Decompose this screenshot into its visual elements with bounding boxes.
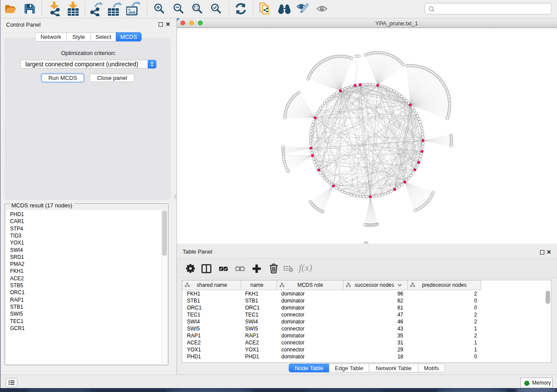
svg-text:MCDS role: MCDS role: [298, 282, 323, 288]
svg-text:name: name: [250, 282, 263, 288]
svg-text:predecessor nodes: predecessor nodes: [422, 282, 467, 288]
svg-text:shared name: shared name: [197, 282, 227, 288]
svg-text:successor nodes: successor nodes: [355, 282, 394, 288]
